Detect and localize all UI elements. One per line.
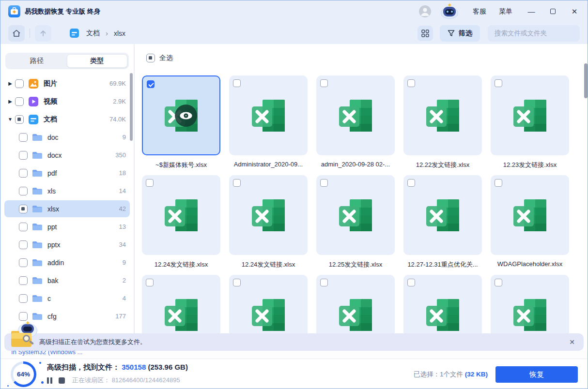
file-checkbox[interactable]: [407, 179, 415, 187]
folder-icon: [32, 205, 43, 213]
file-thumbnail[interactable]: [403, 175, 482, 255]
file-thumbnail[interactable]: [491, 175, 569, 255]
expand-arrow-icon[interactable]: ▶: [7, 99, 13, 104]
file-checkbox[interactable]: [146, 279, 154, 286]
tab-path[interactable]: 路径: [7, 54, 67, 68]
navigate-up-button[interactable]: [35, 25, 51, 42]
file-checkbox[interactable]: [495, 279, 502, 286]
file-checkbox[interactable]: [233, 279, 241, 286]
tree-item-pdf[interactable]: pdf 18: [0, 164, 134, 182]
file-tile[interactable]: 12.24发文链接.xlsx: [142, 175, 220, 268]
file-checkbox[interactable]: [407, 79, 415, 87]
menu-button[interactable]: 菜单: [499, 7, 512, 16]
file-checkbox[interactable]: [495, 79, 502, 87]
file-tile[interactable]: Administrator_2020-09...: [229, 75, 308, 168]
file-name: admin_2020-09-28 02-...: [316, 161, 395, 168]
filter-label: 筛选: [459, 29, 472, 38]
tree-item-cfg[interactable]: cfg 177: [0, 307, 134, 325]
assistant-robot-icon[interactable]: ✦: [439, 3, 460, 20]
file-checkbox-checked[interactable]: [147, 80, 155, 88]
minimize-button[interactable]: —: [527, 7, 536, 15]
tree-item-videos[interactable]: ▶ 视频 2.9K: [0, 92, 134, 110]
grid-view-icon: [421, 30, 429, 37]
file-checkbox[interactable]: [146, 179, 154, 187]
tree-checkbox[interactable]: [15, 97, 24, 106]
tree-checkbox[interactable]: [19, 133, 28, 142]
recover-button[interactable]: 恢复: [495, 366, 578, 383]
breadcrumb-current[interactable]: xlsx: [114, 30, 125, 37]
file-checkbox[interactable]: [495, 179, 502, 187]
file-tile[interactable]: 12.24发文链接.xlsx: [229, 175, 308, 268]
maximize-button[interactable]: [550, 9, 556, 14]
close-button[interactable]: ✕: [570, 7, 579, 16]
tree-checkbox[interactable]: [19, 151, 28, 160]
file-tile[interactable]: admin_2020-09-28 02-...: [316, 75, 395, 168]
select-all-control[interactable]: 全选: [146, 54, 173, 62]
excel-file-icon: [424, 198, 461, 233]
tree-checkbox[interactable]: [19, 276, 28, 285]
pause-button[interactable]: [47, 377, 52, 384]
filter-button[interactable]: 筛选: [440, 25, 480, 42]
sector-status: 正在读扇区： 812646400/1244624895: [72, 376, 180, 385]
file-tile[interactable]: ~$新媒体账号.xlsx: [142, 75, 220, 168]
excel-file-icon: [337, 298, 374, 332]
user-avatar[interactable]: [419, 5, 431, 17]
tree-checkbox[interactable]: [19, 258, 28, 267]
breadcrumb-root[interactable]: 文档: [86, 29, 100, 38]
file-tile[interactable]: 12.25发文链接.xlsx: [316, 175, 395, 268]
file-checkbox[interactable]: [320, 79, 328, 87]
expand-arrow-icon[interactable]: ▶: [7, 81, 13, 86]
tree-item-pptx[interactable]: pptx 34: [0, 236, 134, 254]
file-checkbox[interactable]: [320, 179, 328, 187]
support-button[interactable]: 客服: [473, 7, 486, 16]
search-input[interactable]: [495, 30, 580, 37]
tree-checkbox[interactable]: [19, 169, 28, 178]
file-tile[interactable]: WDAGPlaceholder.xlsx: [491, 175, 569, 268]
tree-item-addin[interactable]: addin 9: [0, 254, 134, 271]
main-scrollbar[interactable]: [584, 63, 588, 98]
sector-label: 正在读扇区：: [72, 376, 110, 384]
file-thumbnail[interactable]: [403, 75, 482, 155]
tree-item-images[interactable]: ▶ 图片 69.9K: [0, 75, 134, 92]
file-thumbnail[interactable]: [142, 75, 220, 155]
tab-type[interactable]: 类型: [67, 54, 128, 68]
tree-checkbox-indeterminate[interactable]: [19, 205, 28, 213]
stop-button[interactable]: [59, 377, 65, 384]
excel-file-icon: [337, 98, 374, 133]
file-checkbox[interactable]: [407, 279, 415, 286]
tree-checkbox[interactable]: [19, 294, 28, 303]
tree-item-xls[interactable]: xls 14: [0, 182, 134, 200]
tree-item-xlsx-selected[interactable]: xlsx 42: [0, 200, 134, 218]
tree-checkbox[interactable]: [19, 240, 28, 249]
grid-view-button[interactable]: [418, 26, 433, 41]
file-thumbnail[interactable]: [229, 75, 308, 155]
file-tile[interactable]: 12.22发文链接.xlsx: [403, 75, 482, 168]
tree-checkbox[interactable]: [15, 79, 24, 88]
tree-item-ppt[interactable]: ppt 13: [0, 218, 134, 236]
tree-checkbox-indeterminate[interactable]: [15, 115, 24, 124]
tree-item-docx[interactable]: docx 350: [0, 146, 134, 164]
file-name: 12.22发文链接.xlsx: [403, 161, 482, 168]
tree-item-bak[interactable]: bak 2: [0, 271, 134, 289]
home-button[interactable]: [8, 25, 25, 42]
file-thumbnail[interactable]: [142, 175, 220, 255]
file-checkbox[interactable]: [233, 179, 241, 187]
file-thumbnail[interactable]: [229, 175, 308, 255]
tree-item-documents[interactable]: ▼ 文档 74.0K: [0, 110, 134, 128]
file-tile[interactable]: 12.23发文链接.xlsx: [491, 75, 569, 168]
select-all-checkbox-indeterminate[interactable]: [146, 54, 155, 62]
tree-item-doc[interactable]: doc 9: [0, 128, 134, 146]
file-tile[interactable]: 12.27-12.31重点优化关...: [403, 175, 482, 268]
tree-checkbox[interactable]: [19, 187, 28, 195]
file-checkbox[interactable]: [233, 79, 241, 87]
file-name: 12.23发文链接.xlsx: [491, 161, 569, 168]
collapse-arrow-icon[interactable]: ▼: [7, 117, 13, 122]
file-thumbnail[interactable]: [316, 75, 395, 155]
file-thumbnail[interactable]: [491, 75, 569, 155]
tree-checkbox[interactable]: [19, 223, 28, 231]
notification-close-icon[interactable]: ✕: [569, 338, 575, 346]
file-thumbnail[interactable]: [316, 175, 395, 255]
sidebar-scrollbar[interactable]: [130, 73, 133, 141]
tree-item-c[interactable]: c 4: [0, 289, 134, 307]
file-checkbox[interactable]: [320, 279, 328, 286]
